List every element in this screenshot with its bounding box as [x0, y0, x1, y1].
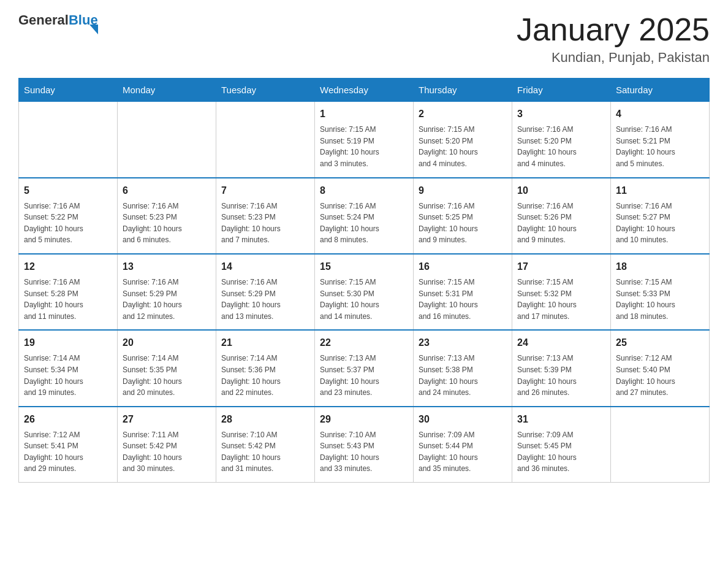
day-number: 10: [517, 183, 605, 198]
calendar-week-row: 1Sunrise: 7:15 AM Sunset: 5:19 PM Daylig…: [19, 102, 710, 178]
day-info: Sunrise: 7:16 AM Sunset: 5:23 PM Dayligh…: [123, 201, 211, 246]
day-number: 16: [419, 259, 507, 274]
calendar-cell: [611, 407, 710, 483]
logo: GeneralBlue: [18, 12, 98, 34]
calendar-cell: 15Sunrise: 7:15 AM Sunset: 5:30 PM Dayli…: [315, 254, 414, 330]
day-number: 28: [221, 412, 309, 427]
calendar-week-row: 12Sunrise: 7:16 AM Sunset: 5:28 PM Dayli…: [19, 254, 710, 330]
calendar-cell: [216, 102, 315, 178]
day-number: 3: [517, 107, 605, 121]
calendar-header-row: SundayMondayTuesdayWednesdayThursdayFrid…: [19, 79, 710, 102]
calendar-cell: 1Sunrise: 7:15 AM Sunset: 5:19 PM Daylig…: [315, 102, 414, 178]
day-number: 20: [123, 335, 211, 350]
day-info: Sunrise: 7:16 AM Sunset: 5:25 PM Dayligh…: [419, 201, 507, 246]
calendar-cell: 9Sunrise: 7:16 AM Sunset: 5:25 PM Daylig…: [414, 178, 512, 254]
day-number: 24: [517, 335, 605, 350]
day-number: 18: [616, 259, 704, 274]
col-header-monday: Monday: [118, 79, 216, 102]
col-header-thursday: Thursday: [414, 79, 512, 102]
col-header-wednesday: Wednesday: [315, 79, 414, 102]
logo-general: General: [18, 12, 69, 28]
calendar-cell: 2Sunrise: 7:15 AM Sunset: 5:20 PM Daylig…: [414, 102, 512, 178]
day-info: Sunrise: 7:15 AM Sunset: 5:30 PM Dayligh…: [320, 277, 408, 322]
calendar-cell: 25Sunrise: 7:12 AM Sunset: 5:40 PM Dayli…: [611, 330, 710, 406]
day-info: Sunrise: 7:16 AM Sunset: 5:27 PM Dayligh…: [616, 201, 704, 246]
calendar-cell: 6Sunrise: 7:16 AM Sunset: 5:23 PM Daylig…: [118, 178, 216, 254]
day-info: Sunrise: 7:16 AM Sunset: 5:21 PM Dayligh…: [616, 124, 704, 169]
day-number: 6: [123, 183, 211, 198]
day-info: Sunrise: 7:14 AM Sunset: 5:36 PM Dayligh…: [221, 353, 309, 398]
calendar-cell: 4Sunrise: 7:16 AM Sunset: 5:21 PM Daylig…: [611, 102, 710, 178]
calendar-cell: 16Sunrise: 7:15 AM Sunset: 5:31 PM Dayli…: [414, 254, 512, 330]
calendar-cell: 31Sunrise: 7:09 AM Sunset: 5:45 PM Dayli…: [512, 407, 611, 483]
day-info: Sunrise: 7:10 AM Sunset: 5:43 PM Dayligh…: [320, 429, 408, 475]
day-number: 19: [24, 335, 112, 350]
day-info: Sunrise: 7:16 AM Sunset: 5:23 PM Dayligh…: [221, 201, 309, 246]
calendar-cell: 27Sunrise: 7:11 AM Sunset: 5:42 PM Dayli…: [118, 407, 216, 483]
day-info: Sunrise: 7:15 AM Sunset: 5:20 PM Dayligh…: [419, 124, 507, 169]
day-info: Sunrise: 7:16 AM Sunset: 5:29 PM Dayligh…: [123, 277, 211, 322]
day-number: 5: [24, 183, 112, 198]
day-info: Sunrise: 7:16 AM Sunset: 5:24 PM Dayligh…: [320, 201, 408, 246]
day-number: 30: [419, 412, 507, 427]
calendar-cell: 21Sunrise: 7:14 AM Sunset: 5:36 PM Dayli…: [216, 330, 315, 406]
calendar-cell: 23Sunrise: 7:13 AM Sunset: 5:38 PM Dayli…: [414, 330, 512, 406]
day-info: Sunrise: 7:13 AM Sunset: 5:37 PM Dayligh…: [320, 353, 408, 398]
calendar-cell: 24Sunrise: 7:13 AM Sunset: 5:39 PM Dayli…: [512, 330, 611, 406]
calendar-cell: 30Sunrise: 7:09 AM Sunset: 5:44 PM Dayli…: [414, 407, 512, 483]
calendar-cell: 28Sunrise: 7:10 AM Sunset: 5:42 PM Dayli…: [216, 407, 315, 483]
day-info: Sunrise: 7:13 AM Sunset: 5:38 PM Dayligh…: [419, 353, 507, 398]
calendar-cell: 11Sunrise: 7:16 AM Sunset: 5:27 PM Dayli…: [611, 178, 710, 254]
col-header-sunday: Sunday: [19, 79, 118, 102]
day-number: 13: [123, 259, 211, 274]
calendar-cell: 7Sunrise: 7:16 AM Sunset: 5:23 PM Daylig…: [216, 178, 315, 254]
day-info: Sunrise: 7:15 AM Sunset: 5:19 PM Dayligh…: [320, 124, 408, 169]
day-info: Sunrise: 7:15 AM Sunset: 5:33 PM Dayligh…: [616, 277, 704, 322]
calendar-week-row: 19Sunrise: 7:14 AM Sunset: 5:34 PM Dayli…: [19, 330, 710, 406]
calendar-subtitle: Kundian, Punjab, Pakistan: [517, 50, 710, 66]
calendar-cell: 10Sunrise: 7:16 AM Sunset: 5:26 PM Dayli…: [512, 178, 611, 254]
day-number: 14: [221, 259, 309, 274]
col-header-saturday: Saturday: [611, 79, 710, 102]
day-info: Sunrise: 7:16 AM Sunset: 5:28 PM Dayligh…: [24, 277, 112, 322]
calendar-cell: 22Sunrise: 7:13 AM Sunset: 5:37 PM Dayli…: [315, 330, 414, 406]
day-number: 17: [517, 259, 605, 274]
calendar-week-row: 26Sunrise: 7:12 AM Sunset: 5:41 PM Dayli…: [19, 407, 710, 483]
day-info: Sunrise: 7:16 AM Sunset: 5:22 PM Dayligh…: [24, 201, 112, 246]
day-number: 7: [221, 183, 309, 198]
day-info: Sunrise: 7:09 AM Sunset: 5:44 PM Dayligh…: [419, 429, 507, 475]
calendar-cell: 3Sunrise: 7:16 AM Sunset: 5:20 PM Daylig…: [512, 102, 611, 178]
calendar-cell: 19Sunrise: 7:14 AM Sunset: 5:34 PM Dayli…: [19, 330, 118, 406]
col-header-tuesday: Tuesday: [216, 79, 315, 102]
calendar-cell: [118, 102, 216, 178]
day-info: Sunrise: 7:16 AM Sunset: 5:29 PM Dayligh…: [221, 277, 309, 322]
calendar-table: SundayMondayTuesdayWednesdayThursdayFrid…: [18, 78, 710, 483]
calendar-cell: 8Sunrise: 7:16 AM Sunset: 5:24 PM Daylig…: [315, 178, 414, 254]
calendar-cell: 20Sunrise: 7:14 AM Sunset: 5:35 PM Dayli…: [118, 330, 216, 406]
day-info: Sunrise: 7:11 AM Sunset: 5:42 PM Dayligh…: [123, 429, 211, 475]
calendar-cell: 5Sunrise: 7:16 AM Sunset: 5:22 PM Daylig…: [19, 178, 118, 254]
day-number: 15: [320, 259, 408, 274]
day-number: 8: [320, 183, 408, 198]
day-number: 29: [320, 412, 408, 427]
calendar-cell: [19, 102, 118, 178]
calendar-cell: 17Sunrise: 7:15 AM Sunset: 5:32 PM Dayli…: [512, 254, 611, 330]
calendar-cell: 26Sunrise: 7:12 AM Sunset: 5:41 PM Dayli…: [19, 407, 118, 483]
day-info: Sunrise: 7:14 AM Sunset: 5:35 PM Dayligh…: [123, 353, 211, 398]
day-info: Sunrise: 7:16 AM Sunset: 5:20 PM Dayligh…: [517, 124, 605, 169]
calendar-title: January 2025: [517, 12, 710, 47]
calendar-cell: 13Sunrise: 7:16 AM Sunset: 5:29 PM Dayli…: [118, 254, 216, 330]
day-number: 1: [320, 107, 408, 121]
day-info: Sunrise: 7:12 AM Sunset: 5:41 PM Dayligh…: [24, 429, 112, 475]
day-number: 27: [123, 412, 211, 427]
day-number: 2: [419, 107, 507, 121]
day-number: 23: [419, 335, 507, 350]
day-info: Sunrise: 7:10 AM Sunset: 5:42 PM Dayligh…: [221, 429, 309, 475]
day-number: 22: [320, 335, 408, 350]
calendar-cell: 29Sunrise: 7:10 AM Sunset: 5:43 PM Dayli…: [315, 407, 414, 483]
day-number: 9: [419, 183, 507, 198]
calendar-cell: 18Sunrise: 7:15 AM Sunset: 5:33 PM Dayli…: [611, 254, 710, 330]
page-header: GeneralBlue January 2025 Kundian, Punjab…: [18, 12, 710, 66]
day-info: Sunrise: 7:14 AM Sunset: 5:34 PM Dayligh…: [24, 353, 112, 398]
day-number: 21: [221, 335, 309, 350]
